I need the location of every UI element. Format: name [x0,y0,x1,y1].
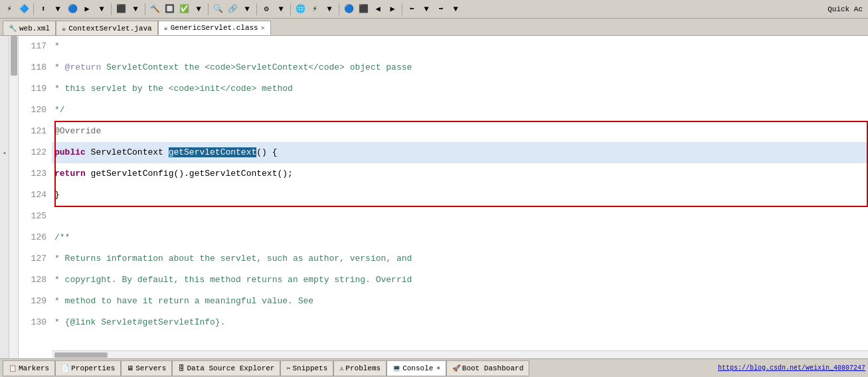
toolbar-icon-15[interactable]: 🔗 [226,3,239,16]
toolbar-icon-24[interactable]: ◀ [371,3,385,16]
toolbar-icon-20[interactable]: ⚡ [308,3,321,16]
toolbar-icon-8[interactable]: ⬛ [114,3,128,16]
line-122-keyword: public [54,147,86,157]
line-126-text: /** [54,232,70,242]
problems-label: Problems [345,364,381,372]
status-tab-properties[interactable]: 📄 Properties [55,360,121,376]
toolbar-icon-10[interactable]: 🔨 [148,3,161,16]
toolbar-icon-22[interactable]: 🔵 [342,3,355,16]
tab-web-xml[interactable]: 🔧 web.xml [3,21,56,35]
toolbar-icon-23[interactable]: ⬛ [357,3,370,16]
h-scrollbar-thumb[interactable] [54,352,108,358]
code-line-128: * copyright. By default, this method ret… [52,269,868,291]
status-tab-problems[interactable]: ⚠ Problems [333,360,387,376]
scrollbar-thumb[interactable] [11,36,17,76]
line-130-text: * {@link Servlet#getServletInfo}. [54,317,225,327]
line-129-to: to [101,296,112,306]
line-num-122: 122 [19,142,46,163]
status-url[interactable]: https://blog.csdn.net/weixin_40807247 [718,364,865,372]
line-127-such: such [267,254,288,264]
line-128-rest: method returns an empty string. Overrid [205,275,412,285]
console-icon: 💻 [392,364,400,372]
line-123-keyword: return [54,169,86,179]
toolbar-sep-5 [256,3,257,15]
horizontal-scrollbar[interactable] [52,350,868,358]
toolbar-icon-16[interactable]: ▼ [240,3,254,16]
line-129-text: * method [54,296,101,306]
tab-generic-servlet[interactable]: ☕ GenericServlet.class ✕ [158,21,271,35]
line-119-this: this [65,84,86,94]
toolbar-icon-27[interactable]: ▼ [420,3,433,16]
toolbar-icon-4[interactable]: ▼ [51,3,64,16]
status-tab-datasource[interactable]: 🗄 Data Source Explorer [172,360,280,376]
problems-icon: ⚠ [339,364,343,372]
toolbar-icon-13[interactable]: ▼ [192,3,205,16]
toolbar-sep-6 [290,3,291,15]
line-120-text: */ [54,105,65,115]
main-toolbar: ⚡ 🔷 ⬆ ▼ 🔵 ▶ ▼ ⬛ ▼ 🔨 🔲 ✅ ▼ 🔍 🔗 ▼ ⚙ ▼ 🌐 ⚡ … [0,0,868,19]
status-tab-servers[interactable]: 🖥 Servers [121,360,172,376]
code-line-117: * [52,36,868,57]
datasource-label: Data Source Explorer [187,364,274,372]
toolbar-icon-14[interactable]: 🔍 [211,3,224,16]
code-line-118: * @return ServletContext the <code>Servl… [52,57,868,78]
toolbar-icon-3[interactable]: ⬆ [37,3,50,16]
console-close[interactable]: ✕ [436,364,440,372]
line-num-118: 118 [19,57,46,78]
servers-label: Servers [135,364,166,372]
margin-item-119 [0,78,9,100]
status-tab-boot-dashboard[interactable]: 🚀 Boot Dashboard [446,360,529,376]
line-127-text: * Returns information about the servlet, [54,254,267,264]
line-num-121: 121 [19,121,46,142]
margin-item-121 [0,121,9,142]
toolbar-icon-5[interactable]: 🔵 [66,3,79,16]
line-127-rest: author, version, [303,254,396,264]
code-line-127: * Returns information about the servlet,… [52,248,868,269]
margin-item-126 [0,227,9,248]
status-tab-console[interactable]: 💻 Console ✕ [387,360,446,376]
markers-label: Markers [19,364,49,372]
margin-item-120 [0,100,9,121]
code-line-123: return getServletConfig().getServletCont… [52,163,868,185]
toolbar-icon-1[interactable]: ⚡ [3,3,16,16]
toolbar-icon-6[interactable]: ▶ [80,3,94,16]
toolbar-icon-18[interactable]: ▼ [274,3,288,16]
tab-generic-servlet-close[interactable]: ✕ [261,24,265,32]
status-tab-snippets[interactable]: ✂ Snippets [280,360,333,376]
toolbar-icon-17[interactable]: ⚙ [260,3,273,16]
toolbar-sep-1 [33,3,34,15]
editor-tabs-bar: 🔧 web.xml ☕ ContextServlet.java ☕ Generi… [0,19,868,36]
toolbar-icon-7[interactable]: ▼ [95,3,108,16]
toolbar-icon-2[interactable]: 🔷 [17,3,31,16]
toolbar-sep-2 [111,3,112,15]
toolbar-icon-28[interactable]: ➡ [434,3,448,16]
code-line-125 [52,206,868,227]
line-119-rest: servlet by the <code>init</code> method [86,84,293,94]
margin-item-128 [0,269,9,291]
toolbar-icon-29[interactable]: ▼ [449,3,462,16]
line-122-paren: () { [256,147,277,157]
toolbar-icon-11[interactable]: 🔲 [163,3,176,16]
status-tab-markers[interactable]: 📋 Markers [3,360,55,376]
line-number-gutter: 117 118 119 120 121 122 123 124 125 126 … [19,36,52,358]
margin-item-129 [0,291,9,312]
toolbar-icon-25[interactable]: ▶ [386,3,399,16]
line-num-130: 130 [19,312,46,333]
code-content[interactable]: * * @return ServletContext the <code>Ser… [52,36,868,358]
tab-context-servlet[interactable]: ☕ ContextServlet.java [56,21,157,35]
toolbar-icon-26[interactable]: ⬅ [405,3,418,16]
toolbar-icon-9[interactable]: ▼ [129,3,142,16]
toolbar-icon-19[interactable]: 🌐 [294,3,307,16]
toolbar-icon-21[interactable]: ▼ [323,3,336,16]
margin-item-124 [0,185,9,206]
line-118-rest: ServletContext the <code>ServletContext<… [101,62,412,72]
line-123-code: getServletConfig().getServletContext(); [86,169,293,179]
vertical-scrollbar[interactable] [9,36,19,358]
line-128-this: this [184,275,205,285]
toolbar-sep-3 [145,3,145,15]
toolbar-icon-12[interactable]: ✅ [177,3,191,16]
code-line-126: /** [52,227,868,248]
tab-web-xml-icon: 🔧 [9,25,17,33]
toolbar-sep-4 [208,3,209,15]
snippets-icon: ✂ [286,364,290,372]
